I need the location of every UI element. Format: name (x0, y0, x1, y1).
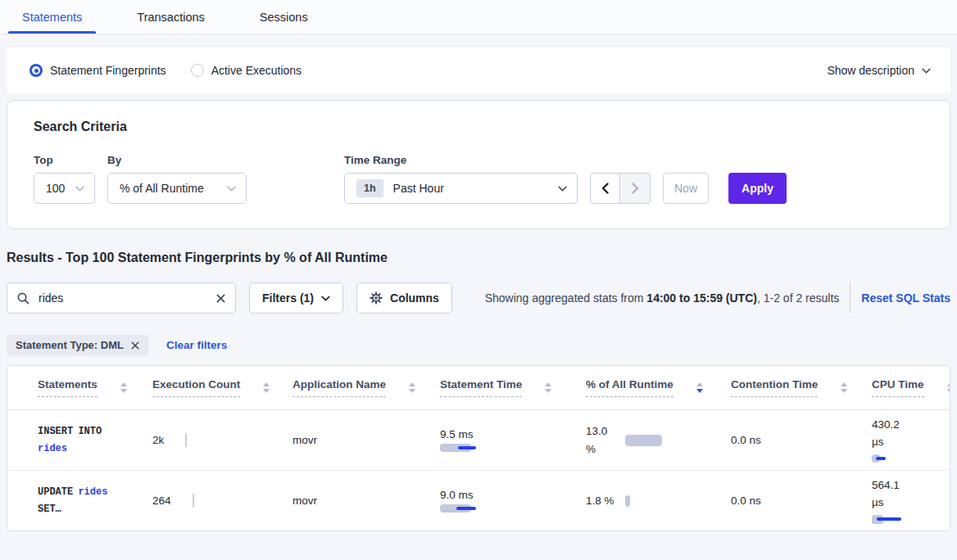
sort-desc-icon (263, 389, 270, 393)
tab-transactions[interactable]: Transactions (123, 0, 218, 34)
statement-link[interactable]: rides (38, 443, 67, 454)
sort-icons[interactable] (120, 382, 127, 393)
runtime-pct-cell: 1.8 % (586, 492, 731, 510)
radio-label: Active Executions (211, 64, 302, 77)
cpu-time-cell: 430.2 µs (872, 417, 950, 463)
chevron-down-icon (321, 296, 330, 301)
cpu-time-cell: 564.1 µs (872, 477, 950, 524)
execution-count-cell: 264 (152, 494, 293, 508)
sort-icons[interactable] (409, 382, 415, 393)
cpu-time-value: 430.2 µs (872, 417, 911, 451)
summary-divider (850, 282, 850, 314)
statement-fingerprint: UPDATE rides SET… (38, 484, 126, 518)
apply-button[interactable]: Apply (728, 173, 787, 204)
by-value: % of All Runtime (120, 182, 204, 195)
results-summary: Showing aggregated stats from 14:00 to 1… (485, 291, 840, 305)
filter-chip-statement-type[interactable]: Statement Type: DML (7, 335, 148, 355)
by-select[interactable]: % of All Runtime (107, 173, 247, 204)
statement-keyword: INSERT INTO (38, 426, 102, 437)
sort-icons[interactable] (947, 382, 950, 393)
runtime-pct-value: 1.8 % (586, 492, 619, 510)
columns-label: Columns (390, 291, 439, 305)
top-field: Top 100 (34, 154, 95, 204)
top-tabbar: Statements Transactions Sessions (0, 0, 957, 34)
statement-time-cell: 9.5 ms (440, 428, 586, 453)
clear-filters-link[interactable]: Clear filters (166, 339, 227, 351)
prev-time-range-button[interactable] (590, 173, 620, 204)
column-header-label: CPU Time (872, 378, 924, 397)
chevron-right-icon (631, 183, 640, 194)
sort-icons[interactable] (696, 382, 703, 393)
filters-button[interactable]: Filters (1) (249, 282, 343, 314)
column-header--of-all-runtime[interactable]: % of All Runtime (586, 378, 731, 397)
sort-asc-icon (696, 382, 703, 386)
column-header-application-name[interactable]: Application Name (293, 378, 440, 397)
time-range-select[interactable]: 1h Past Hour (344, 173, 578, 204)
time-range-label: Time Range (344, 154, 578, 166)
column-header-statements[interactable]: Statements (38, 378, 152, 397)
statement-keyword: UPDATE (38, 486, 78, 498)
runtime-pct-cell: 13.0 % (586, 422, 731, 458)
statement-link[interactable]: rides (78, 486, 107, 498)
column-header-label: Statement Time (440, 378, 522, 397)
execution-count-value: 264 (152, 495, 171, 507)
time-range-badge: 1h (356, 179, 383, 197)
column-header-label: Statements (38, 378, 98, 397)
search-criteria-title: Search Criteria (34, 120, 923, 134)
now-button[interactable]: Now (663, 173, 709, 204)
show-description-toggle[interactable]: Show description (827, 64, 931, 77)
by-field: By % of All Runtime (107, 154, 247, 204)
application-name-cell: movr (293, 495, 440, 507)
execution-count-value: 2k (152, 434, 164, 446)
bar-mean-line (876, 457, 886, 460)
time-range-nav (590, 173, 651, 204)
statement-cell: INSERT INTO rides (38, 423, 152, 458)
cpu-time-bar (872, 514, 929, 524)
chevron-down-icon (227, 186, 236, 192)
search-box[interactable] (7, 282, 236, 314)
next-time-range-button[interactable] (620, 173, 651, 204)
radio-active-executions[interactable]: Active Executions (191, 64, 302, 77)
column-header-cpu-time[interactable]: CPU Time (872, 378, 950, 397)
column-header-contention-time[interactable]: Contention Time (731, 378, 872, 397)
tab-statements[interactable]: Statements (8, 0, 96, 34)
sort-desc-icon (409, 389, 415, 393)
by-label: By (107, 154, 247, 166)
column-header-statement-time[interactable]: Statement Time (440, 378, 586, 397)
contention-time-cell: 0.0 ns (731, 495, 872, 507)
execution-count-cell: 2k (152, 433, 293, 447)
reset-sql-stats-link[interactable]: Reset SQL Stats (861, 291, 950, 305)
table-header-row: StatementsExecution CountApplication Nam… (7, 366, 950, 410)
time-range-field: Time Range 1h Past Hour (344, 154, 578, 204)
statement-time-bar (440, 443, 497, 453)
time-range-value: Past Hour (393, 182, 444, 195)
summary-time-range: 14:00 to 15:59 (UTC) (646, 291, 757, 305)
application-name-cell: movr (293, 434, 440, 446)
sort-asc-icon (545, 382, 551, 386)
runtime-pct-bar (625, 495, 630, 507)
sort-icons[interactable] (841, 382, 847, 393)
radio-statement-fingerprints[interactable]: Statement Fingerprints (29, 64, 166, 77)
top-value: 100 (46, 182, 65, 195)
columns-button[interactable]: Columns (356, 282, 452, 314)
search-criteria-card: Search Criteria Top 100 By % of All Runt… (7, 100, 950, 229)
table-row: INSERT INTO rides2kmovr9.5 ms13.0 %0.0 n… (7, 410, 950, 470)
execution-count-bar (193, 494, 194, 508)
column-header-label: Application Name (293, 378, 386, 397)
column-header-execution-count[interactable]: Execution Count (152, 378, 293, 397)
results-controls: Filters (1) Columns Showing aggregated s… (7, 282, 950, 314)
sort-desc-icon (841, 389, 847, 393)
cpu-time-value: 564.1 µs (872, 477, 911, 512)
view-mode-card: Statement Fingerprints Active Executions… (7, 47, 950, 93)
tab-sessions[interactable]: Sessions (246, 0, 322, 34)
clear-search-icon[interactable] (216, 294, 225, 303)
sort-icons[interactable] (263, 382, 270, 393)
contention-time-cell: 0.0 ns (731, 434, 872, 446)
top-select[interactable]: 100 (34, 173, 95, 204)
search-input[interactable] (37, 291, 216, 305)
sort-icons[interactable] (545, 382, 551, 393)
remove-filter-icon[interactable] (131, 341, 139, 350)
radio-selected-icon (29, 64, 43, 77)
bar-mean-line (458, 446, 476, 449)
show-description-label: Show description (827, 64, 914, 77)
